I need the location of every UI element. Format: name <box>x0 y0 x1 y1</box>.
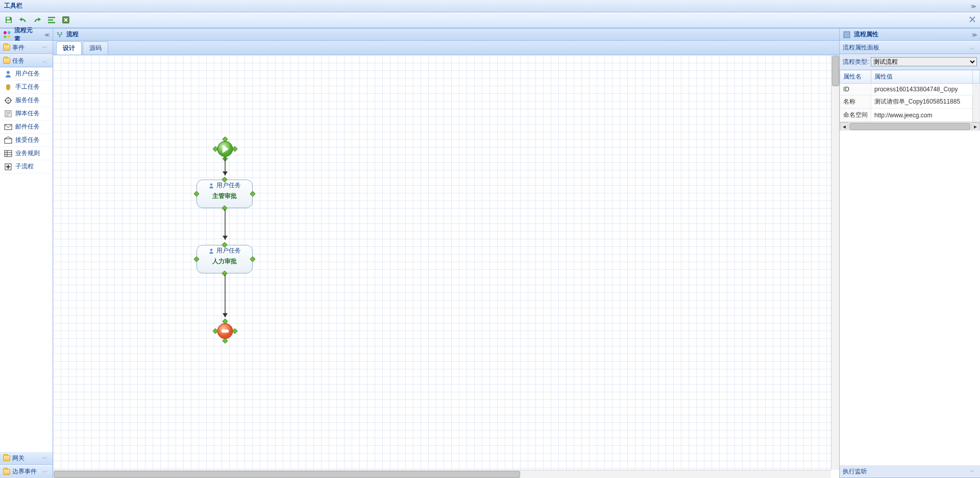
svg-rect-22 <box>5 139 12 143</box>
flow-icon <box>56 31 63 38</box>
palette-user-task[interactable]: 用户任务 <box>0 67 53 81</box>
prop-name: ID <box>840 84 871 95</box>
svg-rect-1 <box>7 20 11 22</box>
svg-point-31 <box>61 32 63 34</box>
folder-icon <box>3 58 10 64</box>
section-boundary[interactable]: 边界事件 <box>0 465 53 478</box>
left-panel-header: 流程元素 <box>0 29 53 41</box>
delete-icon <box>62 16 70 24</box>
toolbar-header: 工具栏 <box>0 0 980 12</box>
palette-mail-task[interactable]: 邮件任务 <box>0 120 53 134</box>
palette-label: 脚本任务 <box>15 109 40 118</box>
close-button[interactable] <box>968 15 977 24</box>
sequence-flow[interactable] <box>222 274 229 322</box>
tab-design[interactable]: 设计 <box>56 41 82 55</box>
table-row[interactable]: ID process1601433804748_Copy <box>840 84 980 95</box>
chevron-down-icon <box>970 468 977 475</box>
end-event[interactable] <box>216 322 234 340</box>
svg-rect-4 <box>48 22 55 23</box>
svg-point-12 <box>8 99 9 101</box>
center-panel: 流程 设计 源码 <box>53 29 839 478</box>
palette-subprocess[interactable]: 子流程 <box>0 160 53 173</box>
process-type-row: 流程类型: 测试流程 <box>840 54 980 70</box>
svg-point-8 <box>4 35 7 38</box>
svg-point-35 <box>210 248 213 251</box>
toolbar-collapse-icon[interactable] <box>971 3 976 10</box>
save-icon <box>5 16 13 24</box>
plus-box-icon <box>4 163 12 171</box>
palette-label: 用户任务 <box>15 69 40 78</box>
undo-button[interactable] <box>17 14 29 26</box>
tab-source[interactable]: 源码 <box>83 41 108 55</box>
svg-point-32 <box>59 35 61 37</box>
palette-label: 接受任务 <box>15 136 40 144</box>
chevron-up-icon <box>970 44 977 51</box>
execution-listener-title: 执行监听 <box>843 467 867 476</box>
section-boundary-label: 边界事件 <box>12 467 37 476</box>
prop-value: process1601433804748_Copy <box>871 84 973 95</box>
node-type-label: 用户任务 <box>216 246 241 255</box>
vertical-scrollbar[interactable] <box>973 84 980 122</box>
delete-button[interactable] <box>60 14 71 26</box>
folder-icon <box>3 469 10 475</box>
chevron-down-icon <box>42 44 50 51</box>
redo-icon <box>33 16 41 24</box>
section-gateways[interactable]: 网关 <box>0 451 53 465</box>
user-icon <box>4 70 12 78</box>
tabbar: 设计 源码 <box>53 41 839 55</box>
table-icon <box>4 149 12 158</box>
mail-icon <box>4 123 12 131</box>
svg-rect-0 <box>7 17 10 19</box>
properties-subpanel-header[interactable]: 流程属性面板 <box>840 41 980 54</box>
vertical-scrollbar[interactable] <box>831 55 839 470</box>
palette-service-task[interactable]: 服务任务 <box>0 94 53 107</box>
palette-manual-task[interactable]: 手工任务 <box>0 81 53 94</box>
svg-point-34 <box>210 183 213 186</box>
undo-icon <box>19 16 27 24</box>
tab-label: 源码 <box>89 44 102 52</box>
svg-point-6 <box>4 31 7 34</box>
canvas[interactable]: 用户任务 主管审批 用户任务 人力审批 <box>53 55 831 470</box>
user-icon <box>208 248 214 254</box>
palette-label: 手工任务 <box>15 83 40 91</box>
palette-label: 子流程 <box>15 162 34 171</box>
svg-point-9 <box>8 35 11 38</box>
table-row[interactable]: 命名空间 http://www.jeecg.com <box>840 109 980 122</box>
prop-name: 命名空间 <box>840 109 871 122</box>
left-collapse-icon[interactable] <box>44 31 50 38</box>
script-icon <box>4 110 12 118</box>
section-tasks-label: 任务 <box>12 57 24 65</box>
redo-button[interactable] <box>32 14 43 26</box>
right-collapse-icon[interactable] <box>972 31 977 38</box>
section-tasks[interactable]: 任务 <box>0 54 53 67</box>
gear-icon <box>4 96 12 105</box>
hand-icon <box>4 83 12 91</box>
svg-rect-38 <box>844 32 850 38</box>
section-events[interactable]: 事件 <box>0 41 53 54</box>
right-panel: 流程属性 流程属性面板 流程类型: 测试流程 属性名 属性值 <box>839 29 980 478</box>
sequence-flow[interactable] <box>222 209 229 245</box>
properties-blank <box>840 131 980 465</box>
palette-rule-task[interactable]: 业务规则 <box>0 147 53 160</box>
palette-receive-task[interactable]: 接受任务 <box>0 134 53 147</box>
process-type-select[interactable]: 测试流程 <box>871 57 977 66</box>
user-task-2[interactable]: 用户任务 人力审批 <box>197 245 253 273</box>
start-event[interactable] <box>216 140 234 158</box>
save-button[interactable] <box>3 14 14 26</box>
right-panel-header: 流程属性 <box>840 29 980 41</box>
palette-script-task[interactable]: 脚本任务 <box>0 107 53 120</box>
prop-header-value: 属性值 <box>871 70 973 84</box>
chevron-up-icon <box>42 57 50 64</box>
execution-listener-header[interactable]: 执行监听 <box>840 465 980 478</box>
tab-label: 设计 <box>63 44 75 52</box>
user-task-1[interactable]: 用户任务 主管审批 <box>197 180 253 208</box>
horizontal-scrollbar[interactable]: ◂▸ <box>840 122 979 130</box>
mail-open-icon <box>4 136 12 144</box>
elements-icon <box>3 31 11 39</box>
align-button[interactable] <box>46 14 57 26</box>
horizontal-scrollbar[interactable] <box>53 470 831 478</box>
svg-rect-37 <box>222 330 229 333</box>
properties-subpanel-title: 流程属性面板 <box>843 43 879 52</box>
table-row[interactable]: 名称 测试请假单_Copy16058511885 <box>840 95 980 109</box>
palette-label: 业务规则 <box>15 149 40 158</box>
